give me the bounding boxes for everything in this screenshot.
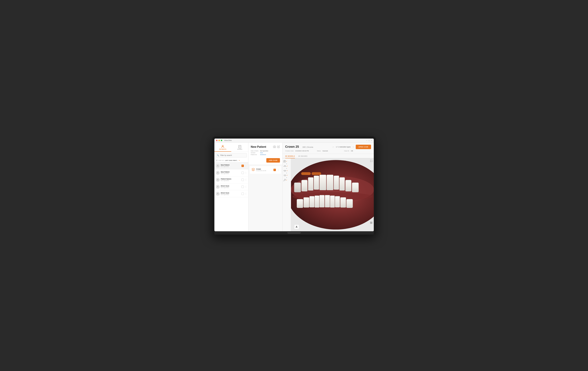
restore-icon[interactable]: □ <box>369 140 370 142</box>
case-list-item[interactable]: Crown 4/13/2023 15:39 ⋮ <box>250 166 281 174</box>
svg-point-10 <box>217 179 218 180</box>
patient-sub: Not Specified <box>221 180 241 181</box>
svg-rect-19 <box>285 166 285 167</box>
svg-rect-66 <box>371 223 372 224</box>
status-value: Scanned <box>323 150 343 152</box>
patient-sub: Not Specified <box>221 173 241 174</box>
patient-sub: Not Specified <box>221 166 241 167</box>
minimize-button[interactable] <box>219 140 220 141</box>
case-more-icon[interactable]: ⋮ <box>277 169 279 171</box>
next-restoration-button[interactable]: → <box>352 145 354 148</box>
patient-checkbox[interactable] <box>242 193 244 195</box>
svg-point-13 <box>274 146 275 147</box>
more-options-icon[interactable]: ⋮ <box>245 179 247 181</box>
edit-icon[interactable] <box>277 145 280 149</box>
patients-label: PATIENTS <box>219 148 226 150</box>
patient-detail-title: New Patient <box>251 145 266 148</box>
svg-rect-54 <box>319 195 324 207</box>
close-button[interactable] <box>216 140 218 141</box>
patient-detail-top: New Patient <box>251 145 280 150</box>
scan-control-item[interactable]: ✓ <box>283 165 290 167</box>
svg-rect-56 <box>330 196 335 207</box>
sidebar-item-patients[interactable]: PATIENTS <box>214 143 231 152</box>
svg-rect-30 <box>285 175 286 175</box>
scan-control-item[interactable]: ✓ <box>283 170 290 172</box>
patient-detail-header: New Patient Date of Birth: Not Spe <box>248 143 282 165</box>
scan-control-row: ✓ <box>283 170 290 172</box>
laptop-container: 3DiscClinic − □ × PATIENTS <box>212 137 376 235</box>
window-controls: − □ × <box>366 140 372 142</box>
patient-checkbox[interactable] <box>242 172 244 174</box>
case-date: 4/13/2023 15:39 <box>256 170 272 171</box>
case-material: 1M2 | Zirconia <box>303 146 313 148</box>
more-options-icon[interactable]: ⋮ <box>245 186 247 188</box>
avatar <box>216 178 220 182</box>
sidebar-item-cases[interactable]: CASES <box>231 143 248 152</box>
scan-control-item[interactable]: ✓ <box>283 179 290 182</box>
svg-rect-31 <box>286 175 286 175</box>
scan-control-item[interactable]: ✓ <box>283 160 290 163</box>
add-case-button[interactable]: ADD CASE <box>266 158 280 163</box>
case-type-icon <box>252 168 255 172</box>
gender-label: Gender: <box>251 152 259 153</box>
prev-restoration-button[interactable]: ← <box>332 145 335 148</box>
scan-chevron-icon[interactable]: ▾ <box>286 168 287 169</box>
tab-3d-models[interactable]: 3D MODELS <box>285 154 295 158</box>
scan-chevron-icon[interactable]: ▾ <box>286 163 287 165</box>
case-detail-header: Crown 25 1M2 | Zirconia ← 1 / 1 restorat… <box>283 143 374 154</box>
svg-rect-17 <box>284 166 284 167</box>
patient-info: Patient Name1 Not Specified <box>221 178 241 181</box>
more-options-icon[interactable]: ⋮ <box>245 193 247 195</box>
search-bar[interactable]: 🔍 <box>216 153 247 157</box>
patient-checkbox[interactable] <box>242 179 244 181</box>
case-info: Crown 4/13/2023 15:39 <box>256 168 272 171</box>
search-input[interactable] <box>216 153 247 157</box>
svg-rect-32 <box>284 175 284 176</box>
sort-chevron-icon[interactable]: ▾ <box>239 160 240 161</box>
more-options-icon[interactable]: ⋮ <box>245 165 247 167</box>
patient-checkbox[interactable] <box>242 186 244 188</box>
patient-id-value: ID000020 <box>260 154 280 155</box>
maximize-button[interactable] <box>221 140 222 141</box>
patient-checkbox[interactable] <box>242 165 244 167</box>
svg-point-9 <box>217 172 218 173</box>
grid-icon[interactable] <box>370 221 372 224</box>
model-viewport[interactable]: A <box>291 158 374 231</box>
tab-2d-images[interactable]: 2D IMAGES <box>298 154 307 158</box>
svg-point-11 <box>217 186 218 187</box>
patient-id-label: Patient ID: <box>251 154 259 155</box>
svg-rect-29 <box>285 175 285 175</box>
laptop-screen: 3DiscClinic − □ × PATIENTS <box>214 139 374 231</box>
sort-label: SORT BY: <box>219 160 224 161</box>
svg-rect-26 <box>286 170 286 171</box>
case-list: Crown 4/13/2023 15:39 ⋮ <box>248 165 282 231</box>
scan-control-item[interactable]: ✓ <box>283 174 290 176</box>
list-item[interactable]: Direct Scan Not Specified ⋮ <box>214 183 248 190</box>
laptop-base <box>214 231 374 235</box>
svg-rect-28 <box>284 175 285 175</box>
minimize-icon[interactable]: − <box>366 140 367 142</box>
scan-control-row: ✓ <box>283 165 290 167</box>
open-case-button[interactable]: OPEN CASE <box>356 145 371 149</box>
list-item[interactable]: New Patient Not Specified ⋮ <box>214 169 248 176</box>
svg-rect-46 <box>339 177 345 190</box>
scan-chevron-icon[interactable]: ▾ <box>286 172 287 174</box>
svg-rect-63 <box>370 222 371 222</box>
close-icon[interactable]: × <box>371 140 372 142</box>
expand-icon[interactable] <box>370 160 372 163</box>
scan-control-row: ▾ <box>283 177 290 178</box>
list-item[interactable]: Direct Scan Not Specified ⋮ <box>214 190 248 197</box>
svg-rect-25 <box>285 170 286 171</box>
cases-label: CASES <box>237 148 242 150</box>
list-item[interactable]: Patient Name1 Not Specified ⋮ <box>214 176 248 183</box>
more-options-icon[interactable]: ⋮ <box>245 172 247 174</box>
svg-rect-42 <box>314 175 319 189</box>
scan-checkmark: ✓ <box>286 179 287 181</box>
scan-chevron-icon[interactable]: ▾ <box>286 177 287 178</box>
creation-date-value: 4/13/2023 3:39:42 PM <box>295 150 315 152</box>
camera-icon[interactable] <box>273 145 276 149</box>
right-panel: Crown 25 1M2 | Zirconia ← 1 / 1 restorat… <box>283 143 374 231</box>
case-checkbox[interactable] <box>273 169 276 171</box>
svg-point-12 <box>217 193 218 194</box>
list-item[interactable]: New Patient Not Specified ⋮ <box>214 163 248 169</box>
